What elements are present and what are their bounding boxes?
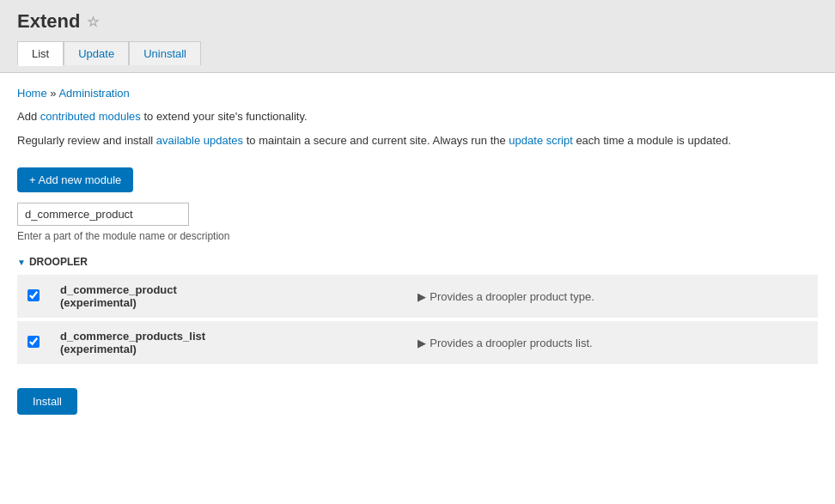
tab-update[interactable]: Update <box>64 41 129 65</box>
module-name-2: d_commerce_products_list(experimental) <box>50 319 407 366</box>
breadcrumb-home[interactable]: Home <box>17 87 47 100</box>
section-label: DROOPLER <box>29 256 88 268</box>
module-checkbox-1[interactable] <box>27 289 40 301</box>
search-hint: Enter a part of the module name or descr… <box>17 230 818 242</box>
tab-uninstall[interactable]: Uninstall <box>129 41 201 65</box>
collapse-icon[interactable]: ▼ <box>17 258 26 267</box>
module-desc-1: ▶Provides a droopler product type. <box>407 275 818 319</box>
page-title: Extend ☆ <box>17 10 818 33</box>
table-row: d_commerce_products_list(experimental) ▶… <box>17 319 818 366</box>
module-desc-2: ▶Provides a droopler products list. <box>407 319 818 366</box>
breadcrumb-separator: » <box>50 87 58 100</box>
table-row: d_commerce_product(experimental) ▶Provid… <box>17 275 818 319</box>
tab-bar: List Update Uninstall <box>17 41 818 65</box>
description2: Regularly review and install available u… <box>17 132 818 149</box>
module-checkbox-2[interactable] <box>27 336 40 348</box>
main-content: Home » Administration Add contributed mo… <box>0 73 835 428</box>
breadcrumb-admin[interactable]: Administration <box>58 87 129 100</box>
module-name-1: d_commerce_product(experimental) <box>50 275 407 319</box>
contributed-modules-link[interactable]: contributed modules <box>40 110 141 123</box>
module-search-input[interactable] <box>17 203 189 226</box>
add-new-module-button[interactable]: + Add new module <box>17 167 133 192</box>
tab-list[interactable]: List <box>17 41 64 66</box>
module-checkbox-cell-2 <box>17 319 50 366</box>
install-button[interactable]: Install <box>17 388 77 415</box>
breadcrumb: Home » Administration <box>17 87 818 100</box>
arrow-icon-2: ▶ <box>418 337 426 349</box>
page-header: Extend ☆ List Update Uninstall <box>0 0 835 73</box>
star-icon[interactable]: ☆ <box>87 14 99 30</box>
title-text: Extend <box>17 10 80 33</box>
description1: Add contributed modules to extend your s… <box>17 108 818 125</box>
arrow-icon-1: ▶ <box>418 290 426 303</box>
module-table: d_commerce_product(experimental) ▶Provid… <box>17 275 818 367</box>
available-updates-link[interactable]: available updates <box>156 134 243 147</box>
update-script-link[interactable]: update script <box>509 134 572 147</box>
section-header-droopler: ▼ DROOPLER <box>17 256 818 268</box>
module-checkbox-cell-1 <box>17 275 50 319</box>
